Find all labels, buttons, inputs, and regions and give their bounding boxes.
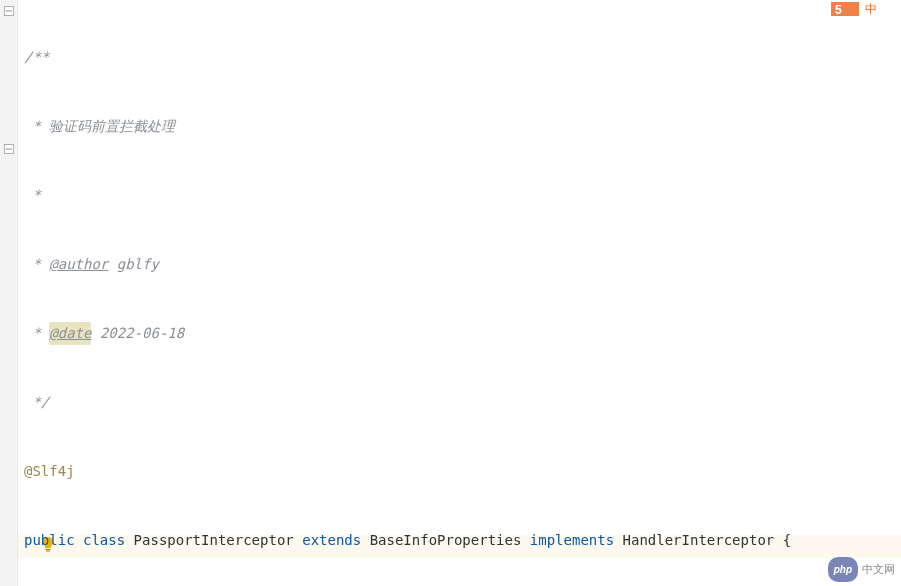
keyword-implements: implements bbox=[530, 529, 614, 552]
keyword-extends: extends bbox=[302, 529, 361, 552]
editor-gutter bbox=[0, 0, 18, 586]
author-value: gblfy bbox=[108, 253, 159, 276]
date-tag: @date bbox=[49, 322, 91, 345]
keyword-class: class bbox=[83, 529, 125, 552]
svg-text:5: 5 bbox=[835, 3, 842, 17]
php-label: 中文网 bbox=[862, 558, 895, 581]
keyword-public: public bbox=[24, 529, 75, 552]
base-class: BaseInfoProperties bbox=[370, 529, 522, 552]
class-name: PassportInterceptor bbox=[134, 529, 294, 552]
date-value: 2022-06-18 bbox=[91, 322, 184, 345]
interface-name: HandlerInterceptor bbox=[623, 529, 775, 552]
annotation-slf4j: @Slf4j bbox=[24, 460, 75, 483]
watermark-bottom: php 中文网 bbox=[828, 557, 895, 582]
fold-toggle-icon[interactable] bbox=[4, 6, 14, 16]
doc-open: /** bbox=[24, 46, 49, 69]
doc-close: */ bbox=[24, 391, 49, 414]
author-tag: @author bbox=[49, 253, 108, 276]
watermark-top: 5中 bbox=[829, 0, 899, 18]
svg-text:中: 中 bbox=[865, 2, 877, 16]
code-editor[interactable]: /** * 验证码前置拦截处理 * * @author gblfy * @dat… bbox=[18, 0, 901, 586]
doc-line: * bbox=[24, 184, 41, 207]
doc-line: * 验证码前置拦截处理 bbox=[24, 115, 175, 138]
fold-toggle-icon[interactable] bbox=[4, 144, 14, 154]
php-badge: php bbox=[828, 557, 858, 582]
